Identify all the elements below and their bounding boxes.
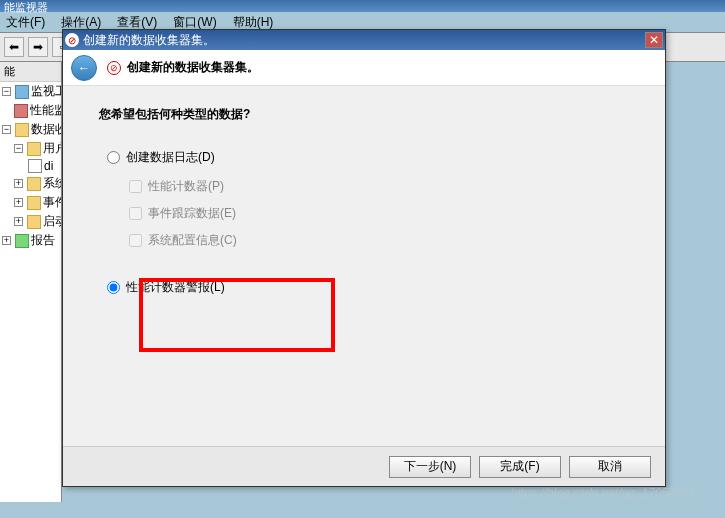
radio-perf-alert[interactable]: 性能计数器警报(L)	[107, 279, 629, 296]
toolbar-forward-icon[interactable]: ➡	[28, 37, 48, 57]
tree-item-di[interactable]: di	[0, 158, 61, 174]
tree-expander-icon[interactable]: +	[14, 198, 23, 207]
dialog-titlebar: ⊘ 创建新的数据收集器集。 ✕	[63, 30, 665, 50]
dialog-title: 创建新的数据收集器集。	[83, 32, 645, 49]
tree-item-system[interactable]: +系统	[0, 174, 61, 193]
menu-file[interactable]: 文件(F)	[2, 12, 49, 32]
question-label: 您希望包括何种类型的数据?	[99, 106, 629, 123]
dialog-body: 您希望包括何种类型的数据? 创建数据日志(D) 性能计数器(P) 事件跟踪数据(…	[63, 86, 665, 448]
checkbox-event-trace: 事件跟踪数据(E)	[129, 205, 629, 222]
watermark: https://blog.csdn.net/qq_17058993	[511, 486, 695, 500]
tree-item-label: 启动事	[43, 213, 62, 230]
perf-icon	[14, 104, 28, 118]
page-icon	[28, 159, 42, 173]
dialog-title-icon: ⊘	[65, 33, 79, 47]
folder-icon	[27, 215, 41, 229]
header-title: 创建新的数据收集器集。	[127, 59, 259, 76]
radio-create-log-input[interactable]	[107, 151, 120, 164]
radio-create-log-label: 创建数据日志(D)	[126, 149, 215, 166]
tree-item-label: 用户定	[43, 140, 62, 157]
tree-item-label: 监视工具	[31, 83, 62, 100]
tree-item-label: 系统	[43, 175, 62, 192]
tree-expander-icon[interactable]: +	[14, 217, 23, 226]
tree-item-label: 性能监	[30, 102, 62, 119]
finish-button[interactable]: 完成(F)	[479, 456, 561, 478]
tree-item-report[interactable]: +报告	[0, 231, 61, 250]
main-titlebar: 能监视器	[0, 0, 725, 12]
tree-item-label: 报告	[31, 232, 55, 249]
dialog-footer: 下一步(N) 完成(F) 取消	[63, 446, 665, 486]
folder-icon	[15, 123, 29, 137]
radio-group: 创建数据日志(D) 性能计数器(P) 事件跟踪数据(E) 系统配置信息(C)	[107, 149, 629, 296]
tree-item-eventtrace[interactable]: +事件跟	[0, 193, 61, 212]
wizard-dialog: ⊘ 创建新的数据收集器集。 ✕ ← ⊘ 创建新的数据收集器集。 您希望包括何种类…	[62, 29, 666, 487]
radio-perf-alert-input[interactable]	[107, 281, 120, 294]
arrow-left-icon: ←	[78, 61, 90, 75]
radio-perf-alert-label: 性能计数器警报(L)	[126, 279, 225, 296]
checkbox-sys-config: 系统配置信息(C)	[129, 232, 629, 249]
checkbox-sys-config-input	[129, 234, 142, 247]
checkbox-event-trace-label: 事件跟踪数据(E)	[148, 205, 236, 222]
report-icon	[15, 234, 29, 248]
tool-icon	[15, 85, 29, 99]
tree-item-label: di	[44, 159, 53, 173]
header-icon: ⊘	[107, 61, 121, 75]
tree-item-perfmon[interactable]: 性能监	[0, 101, 61, 120]
tree-panel: 能 −监视工具 性能监 −数据收集 −用户定 di +系统 +事件跟 +启动事 …	[0, 62, 62, 502]
cancel-button[interactable]: 取消	[569, 456, 651, 478]
toolbar-back-icon[interactable]: ⬅	[4, 37, 24, 57]
checkbox-perf-counter-label: 性能计数器(P)	[148, 178, 224, 195]
dialog-header: ← ⊘ 创建新的数据收集器集。	[63, 50, 665, 86]
radio-create-log[interactable]: 创建数据日志(D)	[107, 149, 629, 166]
sub-options: 性能计数器(P) 事件跟踪数据(E) 系统配置信息(C)	[129, 178, 629, 249]
folder-icon	[27, 196, 41, 210]
tree-item-label: 数据收集	[31, 121, 62, 138]
tree-header: 能	[0, 62, 61, 82]
tree-item-label: 事件跟	[43, 194, 62, 211]
folder-icon	[27, 177, 41, 191]
folder-icon	[27, 142, 41, 156]
tree-expander-icon[interactable]: −	[2, 125, 11, 134]
checkbox-event-trace-input	[129, 207, 142, 220]
tree-item-userdef[interactable]: −用户定	[0, 139, 61, 158]
close-button[interactable]: ✕	[645, 32, 663, 48]
checkbox-sys-config-label: 系统配置信息(C)	[148, 232, 237, 249]
tree-expander-icon[interactable]: −	[2, 87, 11, 96]
next-button[interactable]: 下一步(N)	[389, 456, 471, 478]
tree-expander-icon[interactable]: −	[14, 144, 23, 153]
back-button[interactable]: ←	[71, 55, 97, 81]
tree-expander-icon[interactable]: +	[14, 179, 23, 188]
checkbox-perf-counter-input	[129, 180, 142, 193]
tree-expander-icon[interactable]: +	[2, 236, 11, 245]
checkbox-perf-counter: 性能计数器(P)	[129, 178, 629, 195]
tree-item-startup[interactable]: +启动事	[0, 212, 61, 231]
tree-item-datacollect[interactable]: −数据收集	[0, 120, 61, 139]
tree-item-monitor[interactable]: −监视工具	[0, 82, 61, 101]
